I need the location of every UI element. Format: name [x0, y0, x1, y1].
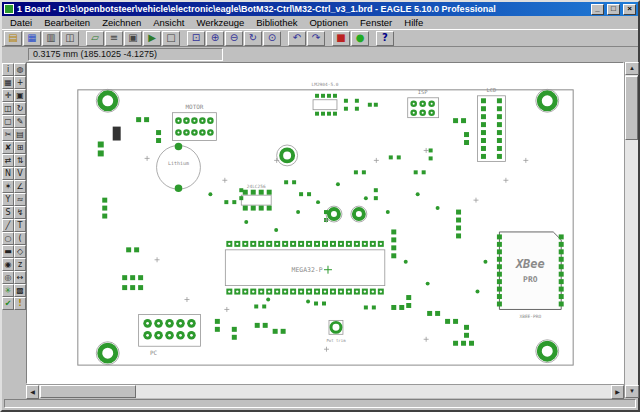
drc-tool-button[interactable]: ✔ [2, 297, 14, 310]
value-tool-button[interactable]: V [14, 167, 26, 180]
text-tool-button[interactable]: T [14, 219, 26, 232]
mcu-label: MEGA32-P [291, 266, 322, 274]
menu-bibliothek[interactable]: Bibliothek [250, 16, 303, 29]
paste-tool-button[interactable]: ▤ [14, 128, 26, 141]
scroll-right-button[interactable]: ▶ [611, 385, 624, 399]
delete-tool-button[interactable]: ✘ [2, 141, 14, 154]
window-title: 1 Board - D:\s\openbotsteer\vehicle\elec… [17, 4, 588, 14]
route-tool-button[interactable]: S [2, 206, 14, 219]
cursor-position-readout: 0.3175 mm (185.1025 -4.1275) [28, 48, 223, 61]
horizontal-scroll-track[interactable] [39, 385, 611, 398]
help-button[interactable]: ? [376, 31, 394, 46]
scroll-up-button[interactable]: ▲ [625, 62, 639, 75]
go-button[interactable]: ● [351, 31, 369, 46]
scroll-left-button[interactable]: ◀ [26, 385, 39, 399]
split-tool-button[interactable]: Y [2, 193, 14, 206]
mark-tool-button[interactable]: + [14, 76, 26, 89]
menu-hilfe[interactable]: Hilfe [398, 16, 429, 29]
redo-button[interactable]: ↷ [307, 31, 325, 46]
menu-bar: Datei Bearbeiten Zeichnen Ansicht Werkze… [2, 16, 638, 29]
add-tool-button[interactable]: ⊞ [14, 141, 26, 154]
zoom-fit-button[interactable]: ⊡ [187, 31, 205, 46]
ripup-tool-button[interactable]: ↯ [14, 206, 26, 219]
errors-tool-button[interactable]: ! [14, 297, 26, 310]
autorouter-tool-button[interactable]: ▩ [14, 284, 26, 297]
pcb-drawing: MOTOR ISP LCD [27, 63, 623, 383]
move-tool-button[interactable]: ✛ [2, 89, 14, 102]
cut-tool-button[interactable]: ✂ [2, 128, 14, 141]
dimension-tool-button[interactable]: ↔ [14, 271, 26, 284]
component-xbee-module: XBee PRO XBEE-PRO [497, 232, 564, 319]
isp-label: ISP [418, 89, 429, 95]
arc-tool-button[interactable]: ( [14, 232, 26, 245]
name-tool-button[interactable]: N [2, 167, 14, 180]
maximize-button[interactable]: □ [607, 4, 620, 15]
copy-tool-button[interactable]: ▣ [14, 89, 26, 102]
horizontal-scrollbar[interactable]: ◀ ▶ [26, 384, 624, 398]
menu-optionen[interactable]: Optionen [303, 16, 354, 29]
menu-ansicht[interactable]: Ansicht [147, 16, 190, 29]
vertical-scrollbar[interactable]: ▲ ▼ [624, 62, 638, 398]
mirror-tool-button[interactable]: ◫ [2, 102, 14, 115]
component-trimmer: Pot trim [326, 320, 346, 343]
zoom-in-button[interactable]: ⊕ [206, 31, 224, 46]
menu-bearbeiten[interactable]: Bearbeiten [38, 16, 96, 29]
script-button[interactable]: ▣ [124, 31, 142, 46]
close-button[interactable]: × [623, 4, 636, 15]
print-button[interactable]: ▥ [42, 31, 60, 46]
rotate-tool-button[interactable]: ↻ [14, 102, 26, 115]
new-window-button[interactable]: □ [162, 31, 180, 46]
polygon-tool-button[interactable]: ◇ [14, 245, 26, 258]
ratsnest-tool-button[interactable]: ✳ [2, 284, 14, 297]
menu-datei[interactable]: Datei [4, 16, 38, 29]
circle-tool-button[interactable]: ○ [2, 232, 14, 245]
xbee-ref-label: XBEE-PRO [520, 314, 542, 319]
via-tool-button[interactable]: ◉ [2, 258, 14, 271]
library-button[interactable]: ≡ [105, 31, 123, 46]
save-button[interactable]: ▦ [23, 31, 41, 46]
main-toolbar: ▤ ▦ ▥ ◫ ▱ ≡ ▣ ▶ □ ⊡ ⊕ ⊖ ↻ ⊙ ↶ ↷ ■ ● ? [2, 29, 638, 47]
stop-button[interactable]: ■ [332, 31, 350, 46]
app-icon [4, 4, 14, 14]
smash-tool-button[interactable]: ✶ [2, 180, 14, 193]
zoom-out-button[interactable]: ⊖ [225, 31, 243, 46]
lcd-label: LCD [486, 87, 496, 93]
component-diode [113, 127, 121, 141]
minimize-button[interactable]: _ [591, 4, 604, 15]
regulator-label: LM2904-5.0 [312, 82, 339, 87]
undo-button[interactable]: ↶ [288, 31, 306, 46]
pc-label: PC [150, 349, 158, 356]
menu-zeichnen[interactable]: Zeichnen [96, 16, 147, 29]
zoom-select-button[interactable]: ⊙ [263, 31, 281, 46]
eeprom-label: 24LC256 [247, 184, 266, 189]
display-tool-button[interactable]: ▦ [2, 76, 14, 89]
xbee-pro-text: PRO [523, 275, 538, 284]
run-script-button[interactable]: ▶ [143, 31, 161, 46]
vertical-scroll-track[interactable] [625, 75, 638, 385]
horizontal-scroll-thumb[interactable] [40, 385, 136, 398]
wire-tool-button[interactable]: ╱ [2, 219, 14, 232]
optimize-tool-button[interactable]: ≈ [14, 193, 26, 206]
rect-tool-button[interactable]: ▬ [2, 245, 14, 258]
menu-fenster[interactable]: Fenster [354, 16, 398, 29]
replace-tool-button[interactable]: ⇅ [14, 154, 26, 167]
group-tool-button[interactable]: ▢ [2, 115, 14, 128]
hole-tool-button[interactable]: ◎ [2, 271, 14, 284]
pinswap-tool-button[interactable]: ⇄ [2, 154, 14, 167]
zoom-redraw-button[interactable]: ↻ [244, 31, 262, 46]
show-tool-button[interactable]: ◍ [14, 63, 26, 76]
board-schematic-button[interactable]: ▱ [86, 31, 104, 46]
board-drawing-canvas[interactable]: MOTOR ISP LCD [26, 62, 624, 384]
signal-tool-button[interactable]: z [14, 258, 26, 271]
vertical-scroll-thumb[interactable] [625, 76, 638, 140]
eagle-window: 1 Board - D:\s\openbotsteer\vehicle\elec… [0, 0, 640, 412]
motor-label: MOTOR [185, 103, 203, 110]
cam-processor-button[interactable]: ◫ [61, 31, 79, 46]
open-file-button[interactable]: ▤ [4, 31, 22, 46]
titlebar: 1 Board - D:\s\openbotsteer\vehicle\elec… [2, 2, 638, 16]
menu-werkzeuge[interactable]: Werkzeuge [190, 16, 250, 29]
miter-tool-button[interactable]: ∠ [14, 180, 26, 193]
scroll-down-button[interactable]: ▼ [625, 385, 639, 398]
change-tool-button[interactable]: ✎ [14, 115, 26, 128]
info-tool-button[interactable]: i [2, 63, 14, 76]
